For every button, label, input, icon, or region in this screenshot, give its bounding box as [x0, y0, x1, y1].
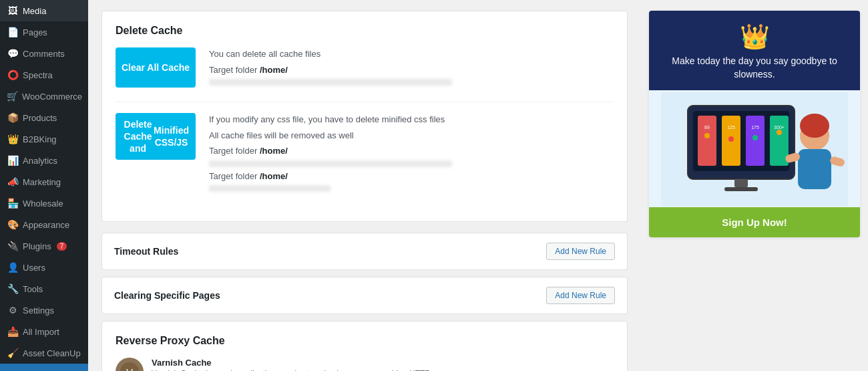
- sidebar-label-pages: Pages: [23, 27, 47, 37]
- sidebar-label-users: Users: [23, 263, 45, 273]
- add-timeout-rule-button[interactable]: Add New Rule: [546, 243, 615, 260]
- ad-illustration: 89 125 175 300+: [649, 90, 860, 207]
- svg-point-14: [728, 136, 734, 142]
- delete-cache-section: Delete Cache Clear All Cache You can del…: [101, 11, 628, 222]
- sidebar: 🖼 Media 📄 Pages 💬 Comments ⭕ Spectra 🛒 W…: [0, 0, 88, 371]
- sidebar-item-b2bking[interactable]: 👑 B2BKing: [0, 128, 88, 150]
- varnish-row: V Varnish Cache Varnish Cache is a web a…: [116, 358, 614, 371]
- sidebar-item-analytics[interactable]: 📊 Analytics: [0, 150, 88, 171]
- sidebar-label-wholesale: Wholesale: [23, 199, 63, 209]
- clear-all-cache-row: Clear All Cache You can delete all cache…: [116, 47, 614, 88]
- varnish-title: Varnish Cache: [152, 358, 483, 368]
- delete-minified-target2: Target folder /home/: [209, 170, 614, 183]
- clear-all-cache-button[interactable]: Clear All Cache: [116, 47, 196, 88]
- sidebar-label-assetcleanup: Asset CleanUp: [23, 348, 81, 358]
- sidebar-item-users[interactable]: 👤 Users: [0, 257, 88, 278]
- blurred-path-bar-1: [209, 160, 452, 167]
- svg-point-15: [752, 135, 758, 140]
- cache-divider: [116, 102, 614, 102]
- sidebar-label-analytics: Analytics: [23, 156, 57, 166]
- reverse-proxy-section: Reverse Proxy Cache V Varnish Cache Varn…: [101, 321, 628, 371]
- sidebar-item-wholesale[interactable]: 🏪 Wholesale: [0, 193, 88, 214]
- clear-all-info: You can delete all cache files Target fo…: [209, 47, 614, 88]
- users-icon: 👤: [7, 262, 19, 273]
- svg-rect-18: [724, 187, 758, 191]
- ad-card: 👑 Make today the day you say goodbye to …: [649, 11, 860, 237]
- blurred-path-bar-2: [209, 185, 331, 192]
- plugins-icon: 🔌: [7, 241, 19, 251]
- sidebar-item-comments[interactable]: 💬 Comments: [0, 43, 88, 64]
- tools-icon: 🔧: [7, 283, 19, 294]
- varnish-description: Varnish Cache is a web application accel…: [152, 368, 483, 371]
- crown-icon: 👑: [660, 23, 849, 51]
- sidebar-item-woocommerce[interactable]: 🛒 WooCommerce: [0, 86, 88, 107]
- marketing-icon: 📣: [7, 176, 19, 187]
- sidebar-item-products[interactable]: 📦 Products: [0, 107, 88, 128]
- varnish-icon: V: [116, 358, 144, 371]
- reverse-proxy-title: Reverse Proxy Cache: [116, 335, 614, 347]
- delete-minified-cache-row: Delete Cache and Minified CSS/JS If you …: [116, 113, 614, 195]
- svg-text:300+: 300+: [774, 125, 785, 130]
- sidebar-item-tools[interactable]: 🔧 Tools: [0, 278, 88, 299]
- sidebar-label-products: Products: [23, 113, 57, 123]
- sidebar-label-woocommerce: WooCommerce: [22, 92, 82, 102]
- comments-icon: 💬: [7, 48, 19, 59]
- sidebar-item-pages[interactable]: 📄 Pages: [0, 21, 88, 43]
- sidebar-label-tools: Tools: [23, 284, 43, 294]
- svg-rect-9: [746, 116, 765, 166]
- clear-all-target: Target folder /home/: [209, 64, 614, 77]
- sidebar-item-assetcleanup[interactable]: 🧹 Asset CleanUp: [0, 342, 88, 364]
- plugins-badge: 7: [57, 242, 67, 251]
- sidebar-label-allimport: All Import: [23, 327, 59, 337]
- sidebar-label-b2bking: B2BKing: [23, 134, 57, 144]
- assetcleanup-icon: 🧹: [7, 348, 19, 358]
- svg-text:125: 125: [727, 125, 735, 130]
- clearing-specific-title: Clearing Specific Pages: [114, 290, 220, 301]
- ad-header-text: Make today the day you say goodbye to sl…: [660, 55, 849, 81]
- signup-button[interactable]: Sign Up Now!: [649, 207, 860, 237]
- delete-cache-title: Delete Cache: [116, 25, 614, 37]
- pages-icon: 📄: [7, 27, 19, 37]
- svg-rect-5: [698, 116, 716, 166]
- add-specific-rule-button[interactable]: Add New Rule: [546, 287, 615, 304]
- sidebar-item-appearance[interactable]: 🎨 Appearance: [0, 214, 88, 235]
- svg-point-16: [777, 130, 782, 135]
- wholesale-icon: 🏪: [7, 198, 19, 209]
- sidebar-item-media[interactable]: 🖼 Media: [0, 0, 88, 21]
- ad-header: 👑 Make today the day you say goodbye to …: [649, 11, 860, 90]
- sidebar-label-appearance: Appearance: [23, 220, 69, 230]
- sidebar-item-plugins[interactable]: 🔌 Plugins 7: [0, 235, 88, 257]
- sidebar-label-marketing: Marketing: [23, 177, 61, 187]
- svg-point-20: [800, 114, 829, 138]
- delete-minified-info: If you modify any css file, you have to …: [209, 113, 614, 195]
- sidebar-label-comments: Comments: [23, 49, 65, 59]
- svg-rect-17: [734, 179, 748, 187]
- analytics-icon: 📊: [7, 155, 19, 166]
- ad-panel: 👑 Make today the day you say goodbye to …: [641, 0, 868, 371]
- main-area: Delete Cache Clear All Cache You can del…: [88, 0, 868, 371]
- delete-minified-desc1: If you modify any css file, you have to …: [209, 113, 614, 126]
- svg-point-13: [704, 133, 710, 138]
- timeout-rules-section: Timeout Rules Add New Rule: [101, 233, 628, 270]
- delete-minified-cache-button[interactable]: Delete Cache and Minified CSS/JS: [116, 113, 196, 160]
- svg-text:89: 89: [704, 125, 710, 130]
- varnish-info: Varnish Cache Varnish Cache is a web app…: [152, 358, 483, 371]
- svg-text:175: 175: [751, 125, 759, 130]
- sidebar-item-settings[interactable]: ⚙ Settings: [0, 299, 88, 321]
- svg-rect-21: [798, 149, 831, 189]
- delete-minified-desc2: All cache files will be removed as well: [209, 129, 614, 142]
- sidebar-item-allimport[interactable]: 📥 All Import: [0, 321, 88, 342]
- sidebar-label-media: Media: [23, 6, 46, 16]
- blurred-path-bar: [209, 79, 452, 86]
- content-area: Delete Cache Clear All Cache You can del…: [88, 0, 641, 371]
- delete-minified-target1: Target folder /home/: [209, 144, 614, 158]
- sidebar-item-spectra[interactable]: ⭕ Spectra: [0, 64, 88, 86]
- clearing-specific-pages-section: Clearing Specific Pages Add New Rule: [101, 277, 628, 314]
- b2bking-icon: 👑: [7, 134, 19, 144]
- timeout-rules-title: Timeout Rules: [114, 246, 178, 257]
- sidebar-item-marketing[interactable]: 📣 Marketing: [0, 171, 88, 193]
- sidebar-item-wpfastestcache[interactable]: ⚡ WP Fastest Cache: [0, 364, 88, 371]
- sidebar-label-settings: Settings: [23, 305, 54, 316]
- sidebar-label-spectra: Spectra: [23, 70, 53, 80]
- settings-icon: ⚙: [7, 305, 19, 316]
